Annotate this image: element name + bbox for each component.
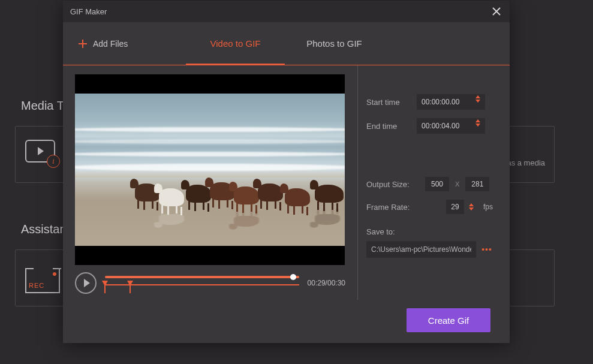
output-width-input[interactable] xyxy=(425,177,449,191)
tab-bar: Add Files Video to GIF Photos to GIF xyxy=(63,22,510,65)
tab-video-label: Video to GIF xyxy=(210,38,261,49)
spinner-down-icon[interactable] xyxy=(475,100,480,103)
time-display: 00:29/00:30 xyxy=(308,279,345,287)
record-label: REC xyxy=(29,282,44,289)
size-separator: X xyxy=(454,181,460,188)
end-time-spinner[interactable] xyxy=(475,119,481,127)
create-gif-button[interactable]: Create Gif xyxy=(407,308,490,332)
output-size-label: Output Size: xyxy=(366,180,420,189)
add-files-label: Add Files xyxy=(93,39,128,49)
plus-icon xyxy=(79,40,87,48)
trim-end-handle[interactable] xyxy=(127,281,133,286)
end-time-label: End time xyxy=(366,122,412,131)
start-time-input[interactable] xyxy=(417,94,485,110)
browse-button[interactable]: ••• xyxy=(481,243,493,255)
trim-track xyxy=(105,284,299,285)
output-height-input[interactable] xyxy=(465,177,489,191)
bg-assistant-title: Assistan xyxy=(21,222,67,236)
info-badge-icon: i xyxy=(47,155,60,168)
close-button[interactable] xyxy=(490,5,502,17)
tab-photos-to-gif[interactable]: Photos to GIF xyxy=(285,22,384,65)
frame-rate-input[interactable] xyxy=(446,200,464,214)
play-button[interactable] xyxy=(75,272,97,294)
modal-footer: Create Gif xyxy=(63,300,510,343)
modal-title: GIF Maker xyxy=(70,7,107,16)
progress-track xyxy=(105,276,299,278)
player-controls: 00:29/00:30 xyxy=(75,265,345,294)
trim-start-handle[interactable] xyxy=(102,281,108,286)
tab-photos-label: Photos to GIF xyxy=(306,38,362,49)
record-dot-icon xyxy=(53,272,56,276)
spinner-up-icon[interactable] xyxy=(475,95,480,98)
ellipsis-icon: ••• xyxy=(481,245,492,254)
tab-video-to-gif[interactable]: Video to GIF xyxy=(186,22,285,65)
spinner-up-icon[interactable] xyxy=(469,203,474,206)
start-time-label: Start time xyxy=(366,98,412,107)
spinner-up-icon[interactable] xyxy=(475,119,480,122)
frame-rate-label: Frame Rate: xyxy=(366,203,420,212)
save-to-label: Save to: xyxy=(366,227,493,236)
timeline[interactable] xyxy=(105,272,299,294)
progress-knob[interactable] xyxy=(290,274,296,280)
save-path-input[interactable] xyxy=(366,241,476,258)
bg-side-text: as a media xyxy=(507,158,545,167)
frame-rate-spinner[interactable] xyxy=(469,203,475,210)
end-time-input[interactable] xyxy=(417,118,485,134)
spinner-down-icon[interactable] xyxy=(475,124,480,127)
modal-body: 00:29/00:30 Start time End time xyxy=(63,65,510,300)
start-time-spinner[interactable] xyxy=(475,95,481,103)
settings-pane: Start time End time xyxy=(358,65,510,300)
modal-titlebar: GIF Maker xyxy=(63,1,510,22)
add-files-button[interactable]: Add Files xyxy=(63,22,186,65)
bg-media-title: Media T xyxy=(21,99,64,113)
fps-unit: fps xyxy=(483,203,493,211)
video-frame xyxy=(75,94,345,246)
spinner-down-icon[interactable] xyxy=(469,207,474,210)
close-icon xyxy=(492,7,501,16)
gif-maker-modal: GIF Maker Add Files Video to GIF Photos … xyxy=(63,1,510,343)
video-preview[interactable] xyxy=(75,74,345,265)
preview-pane: 00:29/00:30 xyxy=(63,65,358,300)
